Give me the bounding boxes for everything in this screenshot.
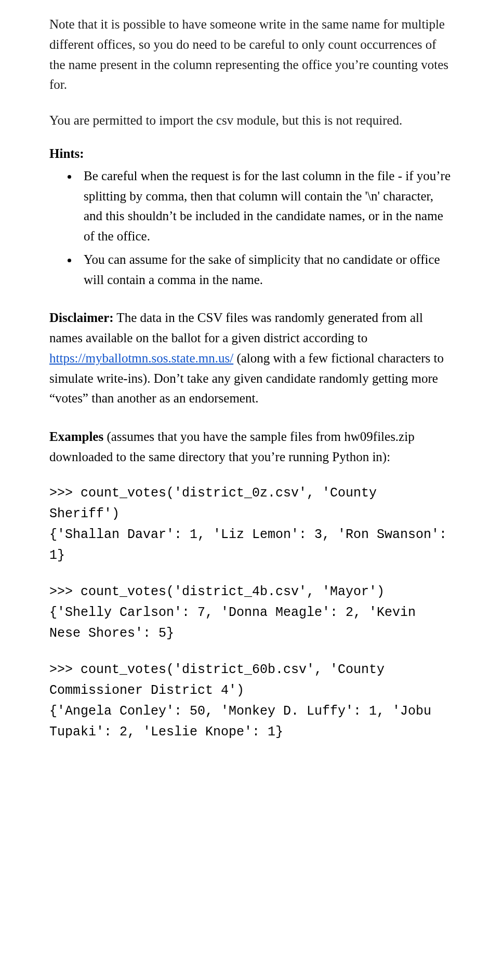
hint-item: You can assume for the sake of simplicit… [78, 250, 454, 290]
disclaimer-paragraph: Disclaimer: The data in the CSV files wa… [49, 308, 454, 409]
paragraph-note: Note that it is possible to have someone… [49, 15, 454, 95]
disclaimer-label: Disclaimer: [49, 311, 114, 325]
code-example-3: >>> count_votes('district_60b.csv', 'Cou… [49, 660, 454, 743]
code-example-2: >>> count_votes('district_4b.csv', 'Mayo… [49, 582, 454, 644]
examples-intro: Examples (assumes that you have the samp… [49, 427, 454, 467]
hint-item: Be careful when the request is for the l… [78, 166, 454, 247]
examples-label: Examples [49, 429, 103, 444]
paragraph-csv-import: You are permitted to import the csv modu… [49, 111, 454, 131]
ballot-link[interactable]: https://myballotmn.sos.state.mn.us/ [49, 351, 233, 365]
examples-intro-text: (assumes that you have the sample files … [49, 429, 415, 464]
document-page: Note that it is possible to have someone… [0, 0, 503, 763]
hints-heading: Hints: [49, 146, 454, 161]
hints-list: Be careful when the request is for the l… [49, 166, 454, 290]
code-example-1: >>> count_votes('district_0z.csv', 'Coun… [49, 483, 454, 566]
